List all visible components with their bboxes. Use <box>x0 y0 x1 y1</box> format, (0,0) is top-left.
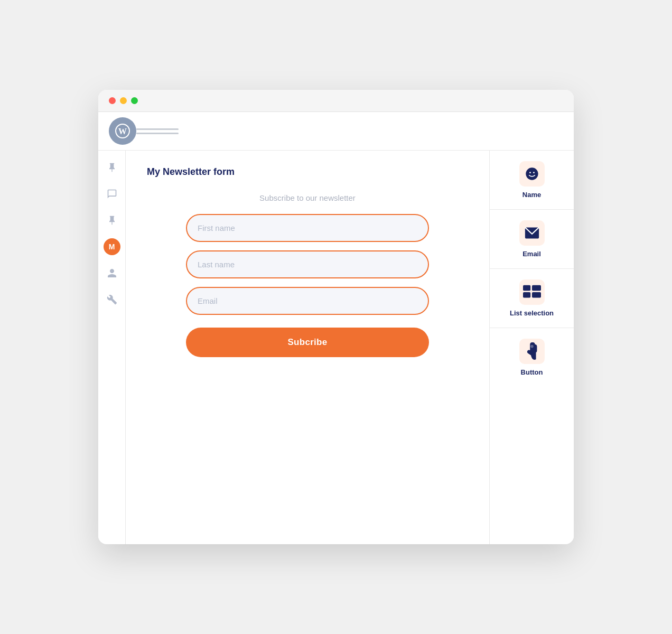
svg-point-10 <box>530 345 534 348</box>
email-panel-label: Email <box>522 250 541 258</box>
list-icon <box>523 285 541 300</box>
sidebar-user-icon[interactable] <box>104 265 120 282</box>
name-panel-label: Name <box>522 191 541 199</box>
smiley-icon <box>525 166 539 181</box>
name-icon-bg <box>519 161 545 187</box>
first-name-field <box>186 214 429 242</box>
right-panel: Name Email <box>489 151 574 544</box>
list-icon-bg <box>519 279 545 305</box>
sidebar-wrench-icon[interactable] <box>104 291 120 308</box>
touch-icon <box>525 342 539 360</box>
email-input[interactable] <box>186 287 429 315</box>
browser-chrome <box>98 90 574 112</box>
m-badge-label: M <box>109 243 115 251</box>
svg-point-2 <box>526 167 538 180</box>
list-selection-panel-label: List selection <box>510 309 554 317</box>
email-field <box>186 287 429 315</box>
envelope-icon <box>525 227 539 239</box>
panel-item-email[interactable]: Email <box>490 210 574 269</box>
traffic-light-green[interactable] <box>131 97 138 104</box>
sidebar-comment-icon[interactable] <box>104 185 120 202</box>
svg-rect-6 <box>523 285 530 291</box>
svg-rect-9 <box>532 292 541 297</box>
traffic-light-red[interactable] <box>109 97 116 104</box>
traffic-light-yellow[interactable] <box>120 97 127 104</box>
email-icon-bg <box>519 220 545 246</box>
first-name-input[interactable] <box>186 214 429 242</box>
button-panel-label: Button <box>521 368 543 376</box>
form-content: Subscribe to our newsletter Subcribe <box>147 193 468 357</box>
form-subtitle: Subscribe to our newsletter <box>259 193 356 202</box>
sidebar-pin-icon[interactable] <box>104 159 120 176</box>
top-bar: W <box>98 112 574 151</box>
wp-logo-icon: W <box>115 124 130 138</box>
content-wrapper: M My Newsletter form Subscribe to our ne… <box>98 151 574 544</box>
form-area: My Newsletter form Subscribe to our news… <box>126 151 489 544</box>
button-icon-bg <box>519 339 545 364</box>
svg-text:W: W <box>118 127 127 136</box>
form-title: My Newsletter form <box>147 166 468 178</box>
icon-sidebar: M <box>98 151 126 544</box>
menu-line-2 <box>136 133 179 134</box>
panel-item-button[interactable]: Button <box>490 328 574 387</box>
browser-window: W <box>98 90 574 544</box>
svg-point-3 <box>529 172 531 173</box>
sidebar-m-badge[interactable]: M <box>104 238 120 255</box>
last-name-field <box>186 250 429 278</box>
svg-point-4 <box>533 172 535 173</box>
panel-item-list-selection[interactable]: List selection <box>490 269 574 328</box>
sidebar-pin2-icon[interactable] <box>104 212 120 229</box>
svg-rect-7 <box>532 285 541 291</box>
menu-line-1 <box>136 128 179 130</box>
wp-logo[interactable]: W <box>109 117 136 145</box>
wp-menu-lines <box>136 128 179 134</box>
subscribe-button[interactable]: Subcribe <box>186 328 429 357</box>
panel-item-name[interactable]: Name <box>490 151 574 210</box>
last-name-input[interactable] <box>186 250 429 278</box>
svg-rect-8 <box>523 292 530 297</box>
